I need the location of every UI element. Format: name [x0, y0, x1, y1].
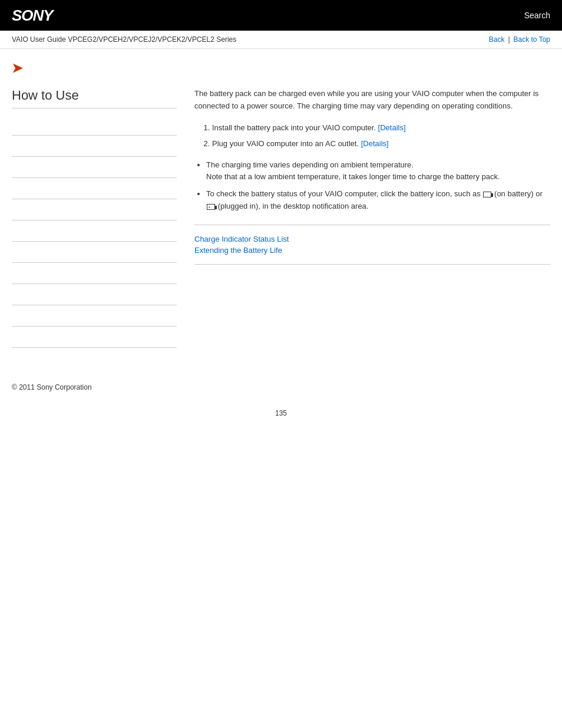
sidebar-title: How to Use: [12, 88, 177, 108]
extending-battery-link[interactable]: Extending the Battery Life: [194, 246, 550, 255]
links-section: Charge Indicator Status List Extending t…: [194, 235, 550, 255]
list-item[interactable]: [12, 178, 177, 199]
bullet-2-pre: To check the battery status of your VAIO…: [206, 189, 481, 198]
content-area: The battery pack can be charged even whi…: [194, 88, 550, 348]
bullet-2-mid: (on battery) or: [494, 189, 543, 198]
steps-list: Install the battery pack into your VAIO …: [212, 122, 550, 150]
separator-1: [194, 225, 550, 225]
charge-indicator-link[interactable]: Charge Indicator Status List: [194, 235, 550, 243]
bullet-1-line1: The charging time varies depending on am…: [206, 160, 414, 169]
main-content: How to Use The battery pack can be charg…: [0, 82, 562, 360]
header: SONY Search: [0, 0, 562, 31]
list-item[interactable]: [12, 242, 177, 263]
sony-logo: SONY: [12, 6, 53, 25]
list-item[interactable]: [12, 305, 177, 327]
footer-copyright: © 2011 Sony Corporation: [0, 371, 562, 397]
sidebar: How to Use: [12, 88, 177, 348]
bullet-1-line2: Note that at a low ambient temperature, …: [206, 172, 500, 181]
bullet-item-1: The charging time varies depending on am…: [206, 159, 550, 184]
step-1: Install the battery pack into your VAIO …: [212, 122, 550, 134]
step-1-text: Install the battery pack into your VAIO …: [212, 123, 376, 132]
separator-2: [194, 264, 550, 265]
guide-title: VAIO User Guide VPCEG2/VPCEH2/VPCEJ2/VPC…: [12, 35, 236, 44]
list-item[interactable]: [12, 327, 177, 348]
step-2: Plug your VAIO computer into an AC outle…: [212, 138, 550, 150]
battery-plugged-in-icon: [207, 204, 215, 210]
list-item[interactable]: [12, 284, 177, 305]
list-item[interactable]: [12, 263, 177, 284]
step-2-details-link[interactable]: [Details]: [361, 139, 389, 148]
breadcrumb-links: Back | Back to Top: [489, 35, 550, 44]
breadcrumb-separator: |: [508, 35, 510, 44]
bullet-section: The charging time varies depending on am…: [194, 159, 550, 213]
search-button[interactable]: Search: [524, 11, 550, 20]
arrow-section: ➤: [0, 49, 562, 82]
back-link[interactable]: Back: [489, 35, 505, 44]
battery-on-battery-icon: [483, 192, 491, 197]
bullet-list: The charging time varies depending on am…: [206, 159, 550, 213]
list-item[interactable]: [12, 199, 177, 220]
breadcrumb-bar: VAIO User Guide VPCEG2/VPCEH2/VPCEJ2/VPC…: [0, 31, 562, 49]
bullet-item-2: To check the battery status of your VAIO…: [206, 188, 550, 213]
page-number: 135: [0, 397, 562, 423]
step-1-details-link[interactable]: [Details]: [378, 123, 406, 132]
list-item[interactable]: [12, 114, 177, 136]
list-item[interactable]: [12, 220, 177, 242]
step-2-text: Plug your VAIO computer into an AC outle…: [212, 139, 359, 148]
list-item[interactable]: [12, 157, 177, 178]
content-intro: The battery pack can be charged even whi…: [194, 88, 550, 113]
bullet-2-post: (plugged in), in the desktop notificatio…: [218, 202, 369, 210]
back-to-top-link[interactable]: Back to Top: [514, 35, 550, 44]
arrow-icon: ➤: [12, 61, 22, 75]
list-item[interactable]: [12, 136, 177, 157]
sidebar-items: [12, 114, 177, 348]
